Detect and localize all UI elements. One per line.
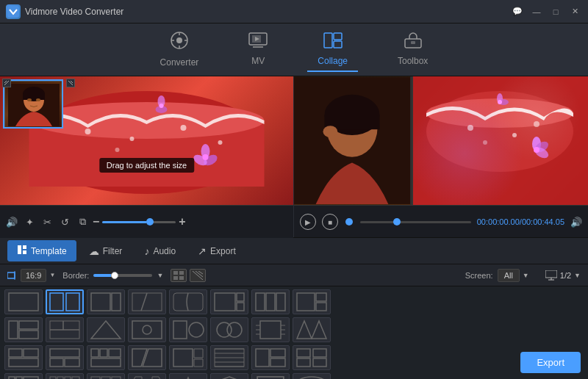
template-r4-7[interactable]	[251, 373, 290, 379]
left-panel: Drag to adjust the size 🔊 ✦ ✂ ↺ ⧉ − +	[0, 76, 294, 237]
template-row-2	[4, 317, 584, 342]
template-r2-1[interactable]	[4, 317, 43, 342]
template-r4-2[interactable]	[46, 373, 84, 379]
template-r4-5[interactable]	[169, 373, 207, 379]
tab-filter-label: Filter	[103, 246, 123, 256]
svg-rect-82	[256, 293, 265, 311]
svg-rect-56	[18, 245, 21, 254]
volume-decrease[interactable]: −	[93, 215, 99, 228]
template-r2-5[interactable]	[169, 317, 207, 342]
undo-icon[interactable]: ↺	[57, 214, 72, 229]
template-r2-2[interactable]	[46, 317, 84, 342]
small-video-inset[interactable]	[4, 81, 63, 129]
right-volume-icon[interactable]: 🔊	[570, 217, 582, 228]
tab-filter[interactable]: ☁ Filter	[79, 241, 132, 261]
volume-icon[interactable]: 🔊	[4, 214, 19, 229]
ratio-control[interactable]: 16:9 ▼	[7, 269, 55, 282]
template-r2-6[interactable]	[210, 317, 248, 342]
volume-slider[interactable]	[102, 221, 176, 223]
tab-audio[interactable]: ♪ Audio	[135, 241, 185, 261]
template-r4-8[interactable]	[293, 373, 331, 379]
tab-toolbox[interactable]: Toolbox	[387, 28, 438, 72]
screen-dropdown-arrow: ▼	[523, 272, 529, 279]
minimize-button[interactable]: —	[529, 6, 544, 18]
filter-tab-icon: ☁	[89, 245, 99, 257]
ratio-dropdown-arrow: ▼	[49, 272, 55, 278]
border-options	[171, 269, 206, 282]
copy-icon[interactable]: ⧉	[75, 214, 90, 229]
svg-rect-94	[132, 321, 162, 339]
svg-rect-81	[237, 303, 244, 311]
video-area: Drag to adjust the size 🔊 ✦ ✂ ↺ ⧉ − +	[0, 76, 588, 238]
template-r3-5[interactable]	[169, 345, 207, 370]
tab-export-label: Export	[210, 246, 236, 256]
progress-bar[interactable]	[360, 221, 471, 223]
border-slider[interactable]	[93, 274, 152, 277]
export-button[interactable]: Export	[520, 352, 581, 373]
svg-rect-80	[237, 293, 244, 301]
svg-point-27	[203, 154, 209, 160]
template-2-unequal[interactable]	[87, 289, 125, 314]
template-r2-8[interactable]	[293, 317, 331, 342]
screen-selector[interactable]: All ▼	[498, 269, 529, 282]
tab-converter[interactable]: Converter	[150, 26, 209, 73]
template-r3-4[interactable]	[128, 345, 166, 370]
page-dropdown-arrow[interactable]: ▼	[574, 272, 581, 279]
template-curved[interactable]	[169, 289, 207, 314]
template-r4-3[interactable]	[87, 373, 125, 379]
chat-button[interactable]: 💬	[510, 6, 525, 18]
stop-button[interactable]: ■	[322, 214, 338, 230]
resize-handle-tr[interactable]	[66, 79, 75, 87]
tab-audio-label: Audio	[153, 246, 176, 256]
svg-marker-92	[91, 321, 121, 339]
template-2-split[interactable]	[46, 289, 84, 314]
progress-indicator	[393, 218, 401, 225]
border-label: Border:	[62, 271, 89, 280]
border-dropdown[interactable]: ▼	[157, 272, 163, 279]
tab-collage[interactable]: Collage	[307, 28, 358, 72]
svg-rect-86	[316, 293, 326, 301]
template-2-stack[interactable]	[210, 289, 248, 314]
play-button[interactable]: ▶	[300, 214, 316, 230]
template-r2-7[interactable]	[251, 317, 290, 342]
template-3-col[interactable]	[251, 289, 290, 314]
svg-rect-72	[50, 293, 63, 311]
template-r3-7[interactable]	[251, 345, 290, 370]
svg-line-77	[141, 293, 147, 311]
sparkle-icon[interactable]: ✦	[22, 214, 37, 229]
border-pattern-btn[interactable]	[190, 269, 206, 282]
template-diagonal[interactable]	[128, 289, 166, 314]
template-r3-1[interactable]	[4, 345, 43, 370]
svg-rect-99	[260, 321, 281, 339]
tab-mv[interactable]: MV	[238, 28, 278, 72]
volume-increase[interactable]: +	[179, 215, 185, 228]
resize-handle-tl[interactable]	[2, 79, 11, 87]
svg-point-36	[36, 98, 40, 101]
svg-rect-100	[9, 349, 22, 357]
template-r4-4[interactable]	[128, 373, 166, 379]
template-1-plus-2[interactable]	[293, 289, 331, 314]
scissor-icon[interactable]: ✂	[40, 214, 54, 229]
template-r3-6[interactable]	[210, 345, 248, 370]
close-button[interactable]: ✕	[567, 6, 582, 18]
template-r2-3[interactable]	[87, 317, 125, 342]
template-r2-4[interactable]	[128, 317, 166, 342]
template-r3-2[interactable]	[46, 345, 84, 370]
tab-template[interactable]: Template	[7, 240, 76, 261]
svg-point-98	[227, 322, 242, 337]
svg-point-35	[27, 98, 32, 101]
template-single[interactable]	[4, 289, 43, 314]
template-r4-1[interactable]	[4, 373, 43, 379]
template-r3-3[interactable]	[87, 345, 125, 370]
svg-rect-120	[313, 349, 326, 357]
template-r4-6[interactable]	[210, 373, 248, 379]
left-video-preview[interactable]: Drag to adjust the size	[0, 76, 293, 205]
template-r3-8[interactable]	[293, 345, 331, 370]
maximize-button[interactable]: □	[548, 6, 563, 18]
tab-export[interactable]: ↗ Export	[188, 241, 245, 261]
border-control: Border: ▼	[62, 271, 163, 280]
border-grid-btn[interactable]	[171, 269, 187, 282]
svg-rect-85	[297, 293, 315, 311]
svg-rect-13	[334, 41, 342, 48]
svg-rect-71	[9, 293, 38, 311]
